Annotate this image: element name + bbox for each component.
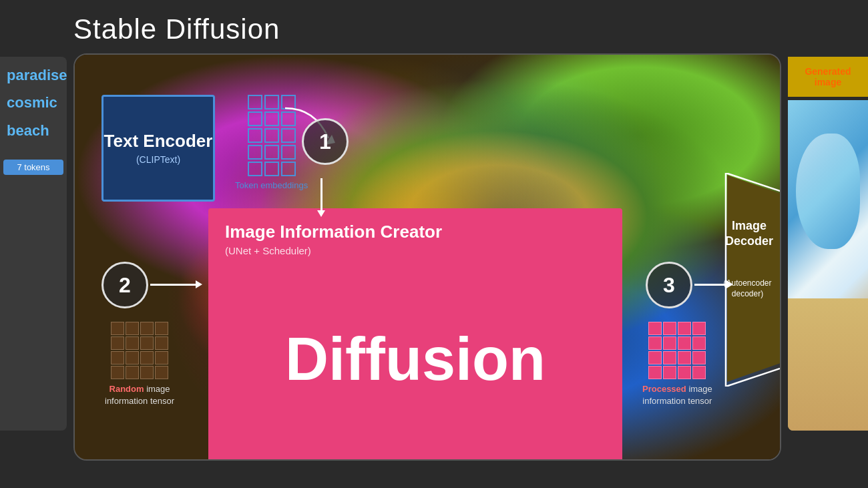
main-diagram: Text Encoder (CLIPText) Token embeddings — [73, 53, 781, 461]
iic-title: Image Information Creator — [225, 222, 606, 242]
grid-cell — [678, 336, 691, 350]
page-title: Stable Diffusion — [73, 13, 280, 45]
grid-cell — [678, 351, 691, 364]
grid-cell — [140, 351, 154, 364]
processed-tensor-label: Processed imageinformation tensor — [642, 383, 712, 407]
grid-cell — [648, 366, 662, 379]
random-tensor-grid — [111, 322, 168, 379]
grid-cell — [692, 351, 706, 364]
grid-cell — [663, 322, 676, 335]
grid-cell — [692, 366, 706, 379]
image-decoder-subtitle: (Autoencoder decoder) — [709, 278, 781, 299]
grid-cell — [140, 322, 154, 335]
processed-tensor: Processed imageinformation tensor — [642, 322, 712, 407]
grid-cell — [126, 351, 139, 364]
grid-cell — [155, 322, 168, 335]
sidebar-item-paradise: paradise — [3, 63, 63, 87]
image-decoder-title: Image Decoder — [712, 218, 781, 250]
grid-cell — [126, 366, 139, 379]
iic-diffusion-text: Diffusion — [225, 270, 606, 449]
left-sidebar: paradise cosmic beach 7 tokens — [0, 57, 67, 431]
grid-cell — [663, 366, 676, 379]
processed-tensor-grid — [648, 322, 706, 379]
arrow-down-to-diffusion — [320, 178, 322, 212]
text-encoder-title: Text Encoder — [104, 132, 213, 151]
sidebar-item-cosmic: cosmic — [3, 91, 63, 115]
grid-cell — [111, 336, 124, 350]
grid-cell — [678, 322, 691, 335]
image-info-creator-box: Image Information Creator (UNet + Schedu… — [208, 208, 622, 461]
grid-cell — [663, 351, 676, 364]
right-sidebar: Generated image — [788, 57, 868, 431]
arrow-circle2-right — [150, 284, 197, 286]
text-encoder-box: Text Encoder (CLIPText) — [101, 95, 215, 202]
grid-cell — [140, 366, 154, 379]
grid-cell — [648, 322, 662, 335]
grid-cell — [126, 336, 139, 350]
token-embeddings-label: Token embeddings — [235, 180, 308, 192]
iic-subtitle: (UNet + Scheduler) — [225, 245, 606, 256]
sidebar-item-beach: beach — [3, 119, 63, 143]
grid-cell — [648, 336, 662, 350]
generated-image-label: Generated image — [788, 57, 868, 97]
grid-cell — [692, 336, 706, 350]
generated-image-preview — [788, 100, 868, 431]
circle-2: 2 — [101, 262, 148, 308]
random-tensor: Random imageinformation tensor — [105, 322, 174, 407]
circle-3: 3 — [646, 262, 692, 308]
circle-1: 1 — [302, 118, 349, 165]
grid-cell — [155, 336, 168, 350]
grid-cell — [140, 336, 154, 350]
grid-cell — [678, 366, 691, 379]
tokens-badge: 7 tokens — [3, 160, 63, 175]
grid-cell — [692, 322, 706, 335]
text-encoder-subtitle: (CLIPText) — [136, 154, 180, 165]
grid-cell — [111, 351, 124, 364]
random-tensor-label: Random imageinformation tensor — [105, 383, 174, 407]
grid-cell — [648, 351, 662, 364]
grid-cell — [155, 366, 168, 379]
grid-cell — [111, 366, 124, 379]
grid-cell — [663, 336, 676, 350]
grid-cell — [126, 322, 139, 335]
grid-cell — [111, 322, 124, 335]
grid-cell — [155, 351, 168, 364]
